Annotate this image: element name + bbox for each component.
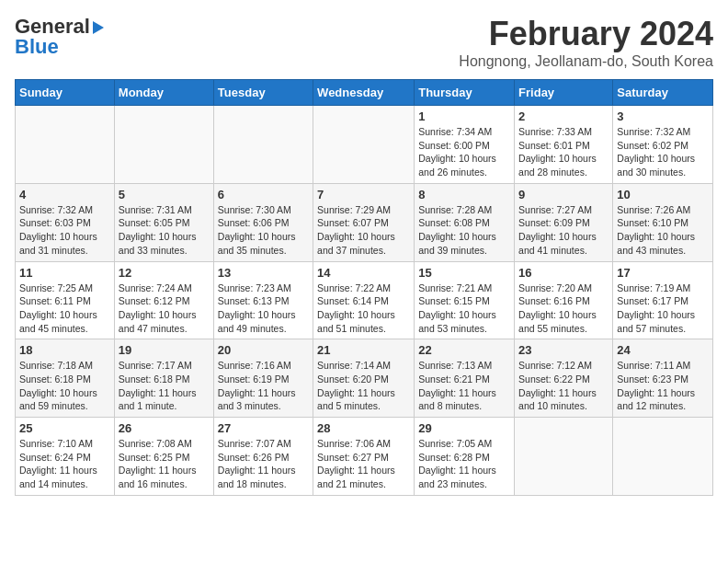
week-row-2: 4Sunrise: 7:32 AMSunset: 6:03 PMDaylight… (16, 183, 713, 261)
logo-arrow-icon (93, 21, 104, 34)
day-number: 26 (119, 421, 210, 435)
day-number: 20 (218, 343, 309, 357)
day-number: 9 (518, 188, 609, 201)
column-header-saturday: Saturday (613, 80, 713, 106)
day-info: Sunrise: 7:20 AMSunset: 6:16 PMDaylight:… (518, 282, 609, 336)
calendar-cell (313, 106, 415, 184)
day-info: Sunrise: 7:18 AMSunset: 6:18 PMDaylight:… (19, 359, 110, 413)
day-number: 18 (19, 343, 110, 357)
column-header-thursday: Thursday (415, 80, 515, 106)
day-info: Sunrise: 7:30 AMSunset: 6:06 PMDaylight:… (218, 203, 309, 258)
calendar-cell: 11Sunrise: 7:25 AMSunset: 6:11 PMDayligh… (16, 261, 115, 339)
calendar-cell: 23Sunrise: 7:12 AMSunset: 6:22 PMDayligh… (515, 339, 613, 418)
calendar-cell (213, 106, 313, 184)
day-info: Sunrise: 7:22 AMSunset: 6:14 PMDaylight:… (317, 282, 410, 336)
calendar-cell: 25Sunrise: 7:10 AMSunset: 6:24 PMDayligh… (16, 418, 115, 496)
title-section: February 2024 Hongnong, Jeollanam-do, So… (459, 15, 713, 70)
calendar-cell: 13Sunrise: 7:23 AMSunset: 6:13 PMDayligh… (213, 261, 313, 339)
day-info: Sunrise: 7:13 AMSunset: 6:21 PMDaylight:… (418, 359, 510, 413)
calendar-cell: 17Sunrise: 7:19 AMSunset: 6:17 PMDayligh… (613, 261, 713, 339)
calendar-cell: 21Sunrise: 7:14 AMSunset: 6:20 PMDayligh… (313, 339, 415, 418)
day-info: Sunrise: 7:25 AMSunset: 6:11 PMDaylight:… (19, 282, 110, 336)
calendar-cell: 10Sunrise: 7:26 AMSunset: 6:10 PMDayligh… (613, 183, 713, 261)
week-row-1: 1Sunrise: 7:34 AMSunset: 6:00 PMDaylight… (16, 106, 713, 184)
day-number: 23 (518, 343, 609, 357)
day-number: 8 (418, 188, 510, 201)
calendar-cell: 4Sunrise: 7:32 AMSunset: 6:03 PMDaylight… (16, 183, 115, 261)
day-number: 25 (19, 421, 110, 435)
logo-blue: Blue (15, 35, 59, 59)
day-info: Sunrise: 7:14 AMSunset: 6:20 PMDaylight:… (317, 359, 410, 413)
day-number: 3 (617, 109, 709, 123)
day-number: 4 (19, 188, 110, 201)
day-info: Sunrise: 7:23 AMSunset: 6:13 PMDaylight:… (218, 282, 309, 336)
day-info: Sunrise: 7:21 AMSunset: 6:15 PMDaylight:… (418, 282, 510, 336)
day-number: 24 (617, 343, 709, 357)
calendar-cell: 22Sunrise: 7:13 AMSunset: 6:21 PMDayligh… (415, 339, 515, 418)
day-info: Sunrise: 7:27 AMSunset: 6:09 PMDaylight:… (518, 203, 609, 258)
day-info: Sunrise: 7:26 AMSunset: 6:10 PMDaylight:… (617, 203, 709, 258)
day-info: Sunrise: 7:24 AMSunset: 6:12 PMDaylight:… (119, 282, 210, 336)
calendar-cell: 24Sunrise: 7:11 AMSunset: 6:23 PMDayligh… (613, 339, 713, 418)
day-info: Sunrise: 7:08 AMSunset: 6:25 PMDaylight:… (119, 437, 210, 491)
day-info: Sunrise: 7:34 AMSunset: 6:00 PMDaylight:… (418, 125, 510, 179)
day-number: 17 (617, 266, 709, 280)
main-title: February 2024 (459, 15, 713, 53)
day-info: Sunrise: 7:32 AMSunset: 6:02 PMDaylight:… (617, 125, 709, 179)
calendar-cell: 16Sunrise: 7:20 AMSunset: 6:16 PMDayligh… (515, 261, 613, 339)
calendar-cell: 6Sunrise: 7:30 AMSunset: 6:06 PMDaylight… (213, 183, 313, 261)
day-number: 11 (19, 266, 110, 280)
header: General Blue February 2024 Hongnong, Jeo… (15, 15, 713, 70)
calendar-cell: 7Sunrise: 7:29 AMSunset: 6:07 PMDaylight… (313, 183, 415, 261)
day-info: Sunrise: 7:33 AMSunset: 6:01 PMDaylight:… (518, 125, 609, 179)
day-info: Sunrise: 7:10 AMSunset: 6:24 PMDaylight:… (19, 437, 110, 491)
column-header-sunday: Sunday (16, 80, 115, 106)
calendar-cell: 3Sunrise: 7:32 AMSunset: 6:02 PMDaylight… (613, 106, 713, 184)
day-info: Sunrise: 7:29 AMSunset: 6:07 PMDaylight:… (317, 203, 410, 258)
day-number: 7 (317, 188, 410, 201)
calendar-cell (114, 106, 213, 184)
calendar-cell: 12Sunrise: 7:24 AMSunset: 6:12 PMDayligh… (114, 261, 213, 339)
calendar-cell: 28Sunrise: 7:06 AMSunset: 6:27 PMDayligh… (313, 418, 415, 496)
calendar-body: 1Sunrise: 7:34 AMSunset: 6:00 PMDaylight… (16, 106, 713, 496)
day-info: Sunrise: 7:07 AMSunset: 6:26 PMDaylight:… (218, 437, 309, 491)
week-row-4: 18Sunrise: 7:18 AMSunset: 6:18 PMDayligh… (16, 339, 713, 418)
subtitle: Hongnong, Jeollanam-do, South Korea (459, 53, 713, 70)
day-number: 21 (317, 343, 410, 357)
day-info: Sunrise: 7:11 AMSunset: 6:23 PMDaylight:… (617, 359, 709, 413)
calendar-header-row: SundayMondayTuesdayWednesdayThursdayFrid… (16, 80, 713, 106)
day-number: 12 (119, 266, 210, 280)
column-header-monday: Monday (114, 80, 213, 106)
day-info: Sunrise: 7:16 AMSunset: 6:19 PMDaylight:… (218, 359, 309, 413)
calendar-cell: 15Sunrise: 7:21 AMSunset: 6:15 PMDayligh… (415, 261, 515, 339)
week-row-3: 11Sunrise: 7:25 AMSunset: 6:11 PMDayligh… (16, 261, 713, 339)
day-info: Sunrise: 7:17 AMSunset: 6:18 PMDaylight:… (119, 359, 210, 413)
calendar-cell: 9Sunrise: 7:27 AMSunset: 6:09 PMDaylight… (515, 183, 613, 261)
day-number: 19 (119, 343, 210, 357)
calendar-cell: 2Sunrise: 7:33 AMSunset: 6:01 PMDaylight… (515, 106, 613, 184)
calendar-cell (613, 418, 713, 496)
calendar-table: SundayMondayTuesdayWednesdayThursdayFrid… (15, 79, 713, 496)
calendar-cell: 29Sunrise: 7:05 AMSunset: 6:28 PMDayligh… (415, 418, 515, 496)
day-number: 1 (418, 109, 510, 123)
day-info: Sunrise: 7:28 AMSunset: 6:08 PMDaylight:… (418, 203, 510, 258)
week-row-5: 25Sunrise: 7:10 AMSunset: 6:24 PMDayligh… (16, 418, 713, 496)
day-number: 5 (119, 188, 210, 201)
calendar-cell: 20Sunrise: 7:16 AMSunset: 6:19 PMDayligh… (213, 339, 313, 418)
calendar-cell: 19Sunrise: 7:17 AMSunset: 6:18 PMDayligh… (114, 339, 213, 418)
day-info: Sunrise: 7:12 AMSunset: 6:22 PMDaylight:… (518, 359, 609, 413)
day-number: 2 (518, 109, 609, 123)
day-info: Sunrise: 7:05 AMSunset: 6:28 PMDaylight:… (418, 437, 510, 491)
day-info: Sunrise: 7:31 AMSunset: 6:05 PMDaylight:… (119, 203, 210, 258)
day-number: 10 (617, 188, 709, 201)
column-header-tuesday: Tuesday (213, 80, 313, 106)
calendar-cell (16, 106, 115, 184)
calendar-cell: 14Sunrise: 7:22 AMSunset: 6:14 PMDayligh… (313, 261, 415, 339)
day-info: Sunrise: 7:19 AMSunset: 6:17 PMDaylight:… (617, 282, 709, 336)
day-info: Sunrise: 7:06 AMSunset: 6:27 PMDaylight:… (317, 437, 410, 491)
day-number: 28 (317, 421, 410, 435)
day-number: 14 (317, 266, 410, 280)
calendar-cell: 8Sunrise: 7:28 AMSunset: 6:08 PMDaylight… (415, 183, 515, 261)
day-number: 29 (418, 421, 510, 435)
column-header-wednesday: Wednesday (313, 80, 415, 106)
